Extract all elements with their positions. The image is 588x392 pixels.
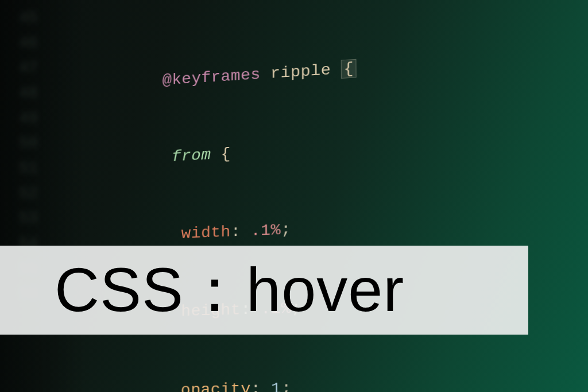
css-value: 1 (271, 379, 281, 392)
code-line-1: @keyframes ripple { (163, 56, 357, 94)
code-line-5: opacity: 1; (161, 374, 358, 392)
css-property-width: width (181, 223, 231, 242)
open-brace: { (341, 59, 356, 79)
css-value: .1% (251, 221, 281, 240)
code-line-2: from { (162, 134, 357, 170)
css-property-opacity: opacity (181, 380, 251, 392)
at-rule-keyword: @keyframes (163, 66, 261, 90)
title-banner: CSS：hover (0, 246, 528, 335)
keyframe-from: from (172, 146, 211, 166)
animation-name: ripple (261, 61, 342, 83)
banner-title: CSS：hover (55, 249, 404, 332)
code-line-3: width: .1%; (162, 214, 358, 247)
